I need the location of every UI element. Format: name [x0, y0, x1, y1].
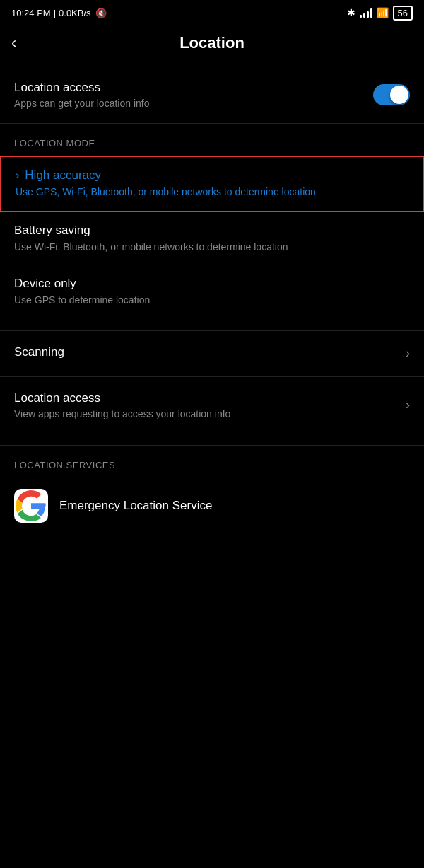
location-access-chevron-icon: ›: [406, 398, 410, 412]
mode-high-accuracy-title: High accuracy: [25, 168, 101, 183]
mode-battery-saving-description: Use Wi-Fi, Bluetooth, or mobile networks…: [14, 241, 410, 255]
mode-high-accuracy-header: › High accuracy: [16, 168, 408, 183]
emergency-location-label: Emergency Location Service: [59, 499, 212, 513]
bluetooth-icon: ✱: [347, 7, 355, 18]
scanning-label: Scanning: [14, 345, 64, 359]
toggle-knob: [390, 86, 408, 104]
location-access-nav-item[interactable]: Location access View apps requesting to …: [0, 377, 424, 434]
network-speed: 0.0KB/s: [59, 8, 91, 18]
mute-icon: 🔇: [95, 8, 107, 18]
wifi-icon: 📶: [377, 7, 389, 18]
location-services-section-label: LOCATION SERVICES: [0, 446, 424, 478]
mode-battery-saving[interactable]: Battery saving Use Wi-Fi, Bluetooth, or …: [0, 212, 424, 266]
scanning-chevron-icon: ›: [406, 346, 410, 361]
location-access-toggle[interactable]: [373, 84, 410, 105]
separator: |: [54, 8, 56, 18]
mode-high-accuracy-chevron: ›: [16, 169, 19, 182]
status-bar: 10:24 PM | 0.0KB/s 🔇 ✱ 📶 56: [0, 0, 424, 25]
back-button[interactable]: ‹: [11, 31, 22, 55]
scanning-info: Scanning: [14, 345, 64, 362]
mode-high-accuracy[interactable]: › High accuracy Use GPS, Wi-Fi, Bluetoot…: [0, 156, 424, 212]
status-right: ✱ 📶 56: [347, 6, 413, 21]
location-access-description: Apps can get your location info: [14, 98, 149, 109]
page-title: Location: [179, 34, 245, 52]
location-access-label: Location access: [14, 81, 149, 95]
location-access-nav-label: Location access: [14, 391, 230, 405]
mode-battery-saving-header: Battery saving: [14, 224, 410, 238]
mode-device-only[interactable]: Device only Use GPS to determine locatio…: [0, 265, 424, 319]
location-access-info: Location access Apps can get your locati…: [14, 81, 149, 109]
time: 10:24 PM: [11, 8, 51, 18]
scanning-nav-item[interactable]: Scanning ›: [0, 331, 424, 376]
emergency-location-service-item[interactable]: Emergency Location Service: [0, 478, 424, 534]
mode-device-only-header: Device only: [14, 277, 410, 291]
mode-device-only-title: Device only: [14, 277, 76, 291]
mode-device-only-description: Use GPS to determine location: [14, 294, 410, 308]
location-mode-section-label: LOCATION MODE: [0, 124, 424, 156]
google-service-icon: [14, 489, 48, 523]
location-access-nav-info: Location access View apps requesting to …: [14, 391, 230, 419]
location-access-nav-description: View apps requesting to access your loca…: [14, 408, 230, 419]
mode-high-accuracy-description: Use GPS, Wi-Fi, Bluetooth, or mobile net…: [16, 185, 408, 199]
header: ‹ Location: [0, 25, 424, 66]
battery-level: 56: [393, 6, 413, 21]
mode-battery-saving-title: Battery saving: [14, 224, 90, 238]
status-left: 10:24 PM | 0.0KB/s 🔇: [11, 8, 107, 18]
signal-icon: [360, 8, 372, 18]
location-access-toggle-row: Location access Apps can get your locati…: [0, 66, 424, 123]
